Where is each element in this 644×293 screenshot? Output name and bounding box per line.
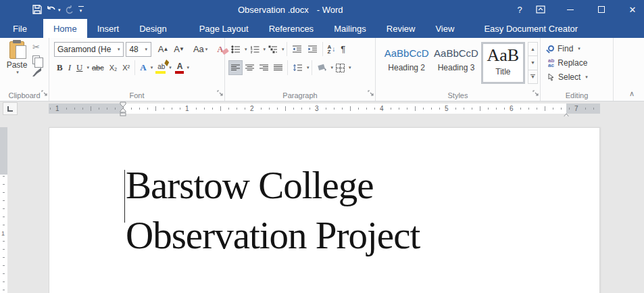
numbering-button[interactable]	[247, 42, 262, 57]
decrease-indent-button[interactable]	[289, 42, 305, 57]
select-button[interactable]: Select ▾	[543, 70, 611, 84]
tab-references[interactable]: References	[259, 19, 324, 38]
style-heading2[interactable]: AaBbCcD Heading 2	[382, 42, 431, 84]
tab-home[interactable]: Home	[43, 19, 87, 38]
redo-button[interactable]	[65, 5, 74, 14]
ruler-number: 5	[443, 104, 450, 113]
highlight-dropdown-arrow[interactable]: ▾	[169, 65, 172, 70]
italic-button[interactable]: I	[66, 60, 74, 75]
tab-review[interactable]: Review	[376, 19, 426, 38]
styles-dialog-launcher[interactable]	[532, 87, 539, 99]
grow-font-button[interactable]: A▲	[155, 42, 172, 57]
tab-easy-document-creator[interactable]: Easy Document Creator	[474, 19, 588, 38]
multilevel-list-button[interactable]	[266, 42, 280, 57]
shrink-font-button[interactable]: A▼	[171, 42, 187, 57]
shading-button[interactable]	[314, 60, 330, 75]
tab-insert[interactable]: Insert	[87, 19, 130, 38]
increase-indent-button[interactable]	[305, 42, 320, 57]
styles-more-button[interactable]: ▼	[528, 70, 537, 83]
borders-button[interactable]	[333, 60, 347, 75]
font-name-dropdown-arrow[interactable]: ▾	[114, 47, 123, 52]
replace-button[interactable]: abac Replace	[543, 55, 611, 70]
sort-icon: AZ	[328, 45, 332, 54]
paste-dropdown-arrow[interactable]: ▾	[5, 70, 30, 75]
font-size-dropdown-arrow[interactable]: ▾	[141, 47, 151, 52]
save-button[interactable]	[32, 5, 42, 14]
copy-button[interactable]	[32, 55, 40, 64]
vertical-ruler-number: 1	[1, 230, 5, 237]
style-name: Heading 3	[431, 63, 480, 72]
tab-page-layout[interactable]: Page Layout	[189, 19, 259, 38]
find-button[interactable]: Find ▾	[543, 41, 611, 55]
collapse-ribbon-button[interactable]: ∧	[629, 89, 635, 98]
superscript-button[interactable]: X²	[120, 60, 132, 75]
subscript-button[interactable]: X₂	[107, 60, 120, 75]
format-painter-button[interactable]	[32, 68, 41, 76]
align-center-button[interactable]	[243, 60, 257, 75]
paste-button[interactable]: Paste ▾	[3, 41, 30, 75]
align-left-button[interactable]	[228, 60, 243, 75]
numbering-icon	[250, 45, 259, 53]
font-color-button[interactable]: A	[174, 60, 186, 75]
line-spacing-dropdown-arrow[interactable]: ▾	[307, 65, 309, 70]
cut-button[interactable]: ✂	[32, 42, 41, 52]
paragraph-dialog-launcher[interactable]	[368, 87, 374, 99]
customize-qat-icon: ▾	[78, 6, 84, 13]
change-case-button[interactable]: Aa▾	[191, 42, 210, 57]
style-heading3[interactable]: AaBbCcD Heading 3	[431, 42, 480, 84]
ruler-row: 1 1 2 3 4 5 6 7	[0, 102, 644, 116]
styles-scroll-up-button[interactable]: ▲	[528, 43, 537, 56]
strikethrough-button[interactable]: abc	[89, 60, 107, 75]
title-line-2[interactable]: Observation Project	[126, 210, 420, 261]
line-spacing-button[interactable]	[290, 60, 305, 75]
title-line-1[interactable]: Barstow College	[126, 160, 420, 210]
clipboard-dialog-launcher[interactable]	[41, 87, 47, 99]
tab-stop-selector[interactable]	[3, 102, 18, 115]
titlebar: ▾ ▾ Observation .docx - Word ? ✕	[0, 0, 644, 19]
show-hide-marks-button[interactable]: ¶	[338, 42, 348, 57]
minimize-button[interactable]	[559, 0, 582, 19]
maximize-button[interactable]	[590, 0, 613, 19]
maximize-icon	[598, 6, 605, 13]
document-page[interactable]: Barstow College Observation Project	[49, 127, 600, 293]
ribbon-display-options-button[interactable]	[529, 0, 552, 19]
vertical-ruler[interactable]: 1	[0, 127, 7, 293]
close-button[interactable]: ✕	[621, 0, 644, 19]
customize-qat-button[interactable]: ▾	[78, 6, 84, 13]
word-window: ▾ ▾ Observation .docx - Word ? ✕	[0, 0, 644, 293]
font-color-dropdown-arrow[interactable]: ▾	[187, 65, 190, 70]
pilcrow-icon: ¶	[341, 44, 345, 54]
bullets-button[interactable]	[228, 42, 243, 57]
text-effects-button[interactable]: A	[137, 60, 149, 75]
font-group-label: Font	[49, 91, 224, 99]
undo-dropdown-arrow[interactable]: ▾	[58, 7, 61, 12]
underline-button[interactable]: U	[74, 60, 85, 75]
tab-file[interactable]: File	[1, 19, 39, 38]
multilevel-dropdown-arrow[interactable]: ▾	[282, 47, 284, 52]
sort-button[interactable]: AZ ↓	[325, 42, 339, 57]
font-size-combobox[interactable]: 48 ▾	[126, 42, 151, 57]
style-title-selected[interactable]: AaB Title	[481, 42, 525, 84]
tab-design[interactable]: Design	[129, 19, 176, 38]
horizontal-ruler[interactable]: 1 1 2 3 4 5 6 7	[49, 104, 600, 114]
help-button[interactable]: ?	[510, 0, 529, 19]
font-name-combobox[interactable]: Garamond (He ▾	[54, 42, 124, 57]
select-dropdown-arrow[interactable]: ▾	[585, 74, 588, 80]
document-text[interactable]: Barstow College Observation Project	[126, 160, 420, 261]
text-effects-dropdown-arrow[interactable]: ▾	[151, 65, 153, 70]
dialog-launcher-icon	[41, 90, 47, 96]
font-dialog-launcher[interactable]	[217, 87, 223, 99]
tab-view[interactable]: View	[425, 19, 464, 38]
ruler-number: 4	[378, 104, 385, 113]
text-highlight-button[interactable]: ab	[155, 60, 168, 75]
bold-button[interactable]: B	[54, 60, 66, 75]
find-dropdown-arrow[interactable]: ▾	[578, 46, 580, 51]
justify-button[interactable]	[271, 60, 285, 75]
styles-scroll-down-button[interactable]: ▼	[528, 56, 537, 70]
align-right-button[interactable]	[257, 60, 271, 75]
borders-dropdown-arrow[interactable]: ▾	[349, 65, 351, 70]
tab-mailings[interactable]: Mailings	[324, 19, 376, 38]
style-name: Heading 2	[382, 63, 431, 72]
ribbon: Paste ▾ ✂ Clipboard Garamond (He ▾ 4	[0, 38, 644, 102]
undo-button[interactable]: ▾	[46, 5, 61, 14]
